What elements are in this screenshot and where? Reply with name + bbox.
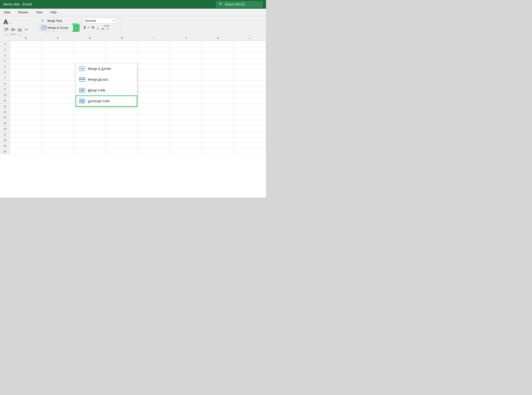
- grid-cell[interactable]: [74, 132, 106, 137]
- grid-cell[interactable]: [170, 58, 202, 64]
- grid-cell[interactable]: [74, 41, 106, 47]
- menu-view[interactable]: View: [35, 10, 44, 15]
- grid-cell[interactable]: [10, 47, 42, 52]
- grid-cell[interactable]: [202, 81, 234, 86]
- dropdown-unmerge-cells[interactable]: Unmerge Cells: [76, 96, 137, 106]
- grid-cell[interactable]: [234, 115, 266, 120]
- merge-dropdown-arrow-button[interactable]: ▾: [73, 25, 79, 31]
- grid-cell[interactable]: [10, 92, 42, 98]
- align-top-btn[interactable]: [3, 27, 10, 33]
- grid-cell[interactable]: [234, 53, 266, 58]
- grid-cell[interactable]: [10, 137, 42, 143]
- dropdown-merge-across[interactable]: Merge Across: [76, 74, 137, 85]
- grid-cell[interactable]: [74, 126, 106, 132]
- grid-cell[interactable]: [170, 109, 202, 115]
- grid-cell[interactable]: [42, 143, 74, 148]
- grid-cell[interactable]: [106, 143, 138, 148]
- grid-cell[interactable]: [170, 87, 202, 92]
- grid-cell[interactable]: [42, 149, 74, 154]
- grid-cell[interactable]: [138, 92, 170, 98]
- grid-cell[interactable]: [10, 81, 42, 86]
- font-size-caret[interactable]: ▾: [9, 22, 10, 24]
- grid-cell[interactable]: [138, 126, 170, 132]
- grid-cell[interactable]: [234, 137, 266, 143]
- grid-cell[interactable]: [42, 92, 74, 98]
- grid-cell[interactable]: [74, 115, 106, 120]
- decimal-increase-btn[interactable]: ←: [101, 25, 104, 27]
- grid-cell[interactable]: [42, 103, 74, 109]
- menu-review[interactable]: Review: [17, 10, 29, 15]
- grid-cell[interactable]: [234, 58, 266, 64]
- grid-cell[interactable]: [170, 98, 202, 103]
- grid-cell[interactable]: [170, 47, 202, 52]
- grid-cell[interactable]: [42, 41, 74, 47]
- grid-cell[interactable]: [74, 143, 106, 148]
- grid-cell[interactable]: [74, 47, 106, 52]
- grid-cell[interactable]: [74, 58, 106, 64]
- wrap-text-button[interactable]: ab c↵ Wrap Text: [40, 18, 79, 24]
- grid-cell[interactable]: [106, 149, 138, 154]
- grid-cell[interactable]: [234, 75, 266, 81]
- grid-cell[interactable]: [138, 149, 170, 154]
- grid-cell[interactable]: [202, 143, 234, 148]
- grid-cell[interactable]: [106, 115, 138, 120]
- grid-cell[interactable]: [202, 47, 234, 52]
- grid-cell[interactable]: [138, 81, 170, 86]
- grid-cell[interactable]: [74, 137, 106, 143]
- grid-cell[interactable]: [234, 103, 266, 109]
- grid-cell[interactable]: [10, 75, 42, 81]
- percent-btn[interactable]: %: [91, 25, 95, 30]
- grid-cell[interactable]: [170, 132, 202, 137]
- grid-cell[interactable]: [10, 120, 42, 126]
- grid-cell[interactable]: [10, 115, 42, 120]
- grid-cell[interactable]: [138, 143, 170, 148]
- grid-cell[interactable]: [138, 47, 170, 52]
- search-box[interactable]: 🔍 Search (Alt+Q): [216, 1, 263, 7]
- decimal-decrease-btn[interactable]: →: [104, 27, 107, 30]
- grid-cell[interactable]: [202, 92, 234, 98]
- grid-cell[interactable]: [74, 120, 106, 126]
- grid-cell[interactable]: [202, 137, 234, 143]
- grid-cell[interactable]: [202, 58, 234, 64]
- grid-cell[interactable]: [170, 70, 202, 75]
- grid-cell[interactable]: [202, 98, 234, 103]
- grid-cell[interactable]: [202, 75, 234, 81]
- grid-cell[interactable]: [42, 87, 74, 92]
- grid-cell[interactable]: [234, 64, 266, 69]
- grid-cell[interactable]: [106, 53, 138, 58]
- grid-cell[interactable]: [106, 58, 138, 64]
- grid-cell[interactable]: [106, 47, 138, 52]
- grid-cell[interactable]: [234, 41, 266, 47]
- menu-data[interactable]: Data: [3, 10, 12, 15]
- dollar-caret[interactable]: ▾: [88, 26, 89, 29]
- grid-cell[interactable]: [202, 149, 234, 154]
- grid-cell[interactable]: [10, 87, 42, 92]
- grid-cell[interactable]: [234, 120, 266, 126]
- grid-cell[interactable]: [74, 149, 106, 154]
- grid-cell[interactable]: [42, 58, 74, 64]
- grid-cell[interactable]: [138, 58, 170, 64]
- menu-help[interactable]: Help: [49, 10, 58, 15]
- grid-cell[interactable]: [138, 132, 170, 137]
- grid-cell[interactable]: [42, 109, 74, 115]
- grid-cell[interactable]: [170, 64, 202, 69]
- grid-cell[interactable]: [202, 87, 234, 92]
- grid-cell[interactable]: [42, 81, 74, 86]
- dropdown-merge-cells[interactable]: Merge Cells: [76, 85, 137, 96]
- grid-cell[interactable]: [138, 120, 170, 126]
- grid-cell[interactable]: [234, 109, 266, 115]
- merge-center-button[interactable]: Merge & Center: [40, 24, 73, 31]
- grid-cell[interactable]: [106, 132, 138, 137]
- grid-cell[interactable]: [170, 126, 202, 132]
- grid-cell[interactable]: [10, 41, 42, 47]
- grid-cell[interactable]: [138, 98, 170, 103]
- dollar-btn[interactable]: $: [83, 25, 86, 30]
- grid-cell[interactable]: [10, 70, 42, 75]
- grid-cell[interactable]: [234, 87, 266, 92]
- grid-cell[interactable]: [42, 98, 74, 103]
- grid-cell[interactable]: [234, 92, 266, 98]
- grid-cell[interactable]: [138, 87, 170, 92]
- grid-cell[interactable]: [10, 98, 42, 103]
- grid-cell[interactable]: [106, 120, 138, 126]
- grid-cell[interactable]: [234, 47, 266, 52]
